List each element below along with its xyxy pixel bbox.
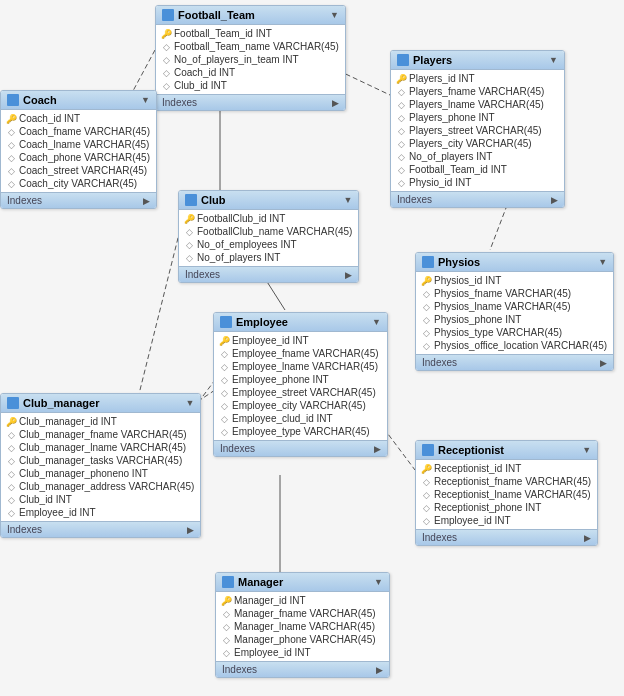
table-row: 🔑Receptionist_id INT (416, 462, 597, 475)
table-row: ◇Club_manager_tasks VARCHAR(45) (1, 454, 200, 467)
table-arrow[interactable]: ▼ (186, 398, 195, 408)
indexes-label: Indexes (7, 524, 42, 535)
table-row: ◇Physios_lname VARCHAR(45) (416, 300, 613, 313)
table-title: Football_Team (178, 9, 255, 21)
table-footer[interactable]: Indexes ▶ (156, 94, 345, 110)
diamond-icon: ◇ (7, 154, 15, 162)
table-icon (222, 576, 234, 588)
table-row: 🔑Physios_id INT (416, 274, 613, 287)
table-club[interactable]: Club ▼ 🔑FootballClub_id INT ◇FootballClu… (178, 190, 359, 283)
key-icon: 🔑 (7, 115, 15, 123)
table-footer[interactable]: Indexes ▶ (216, 661, 389, 677)
row-text: Football_Team_name VARCHAR(45) (174, 41, 339, 52)
footer-arrow[interactable]: ▶ (345, 270, 352, 280)
table-football-team[interactable]: Football_Team ▼ 🔑Football_Team_id INT ◇F… (155, 5, 346, 111)
indexes-label: Indexes (185, 269, 220, 280)
table-footer[interactable]: Indexes ▶ (416, 529, 597, 545)
table-row: 🔑Manager_id INT (216, 594, 389, 607)
diamond-icon: ◇ (185, 241, 193, 249)
key-icon: 🔑 (222, 597, 230, 605)
table-body: 🔑Football_Team_id INT ◇Football_Team_nam… (156, 25, 345, 94)
diamond-icon: ◇ (422, 316, 430, 324)
row-text: Club_manager_address VARCHAR(45) (19, 481, 194, 492)
diamond-icon: ◇ (7, 141, 15, 149)
row-text: Club_manager_id INT (19, 416, 117, 427)
footer-arrow[interactable]: ▶ (600, 358, 607, 368)
table-footer[interactable]: Indexes ▶ (1, 192, 156, 208)
footer-arrow[interactable]: ▶ (332, 98, 339, 108)
footer-arrow[interactable]: ▶ (374, 444, 381, 454)
table-row: 🔑FootballClub_id INT (179, 212, 358, 225)
table-arrow[interactable]: ▼ (598, 257, 607, 267)
table-row: ◇Employee_clud_id INT (214, 412, 387, 425)
diamond-icon: ◇ (422, 478, 430, 486)
footer-arrow[interactable]: ▶ (376, 665, 383, 675)
table-body: 🔑Players_id INT ◇Players_fname VARCHAR(4… (391, 70, 564, 191)
row-text: Club_id INT (174, 80, 227, 91)
indexes-label: Indexes (162, 97, 197, 108)
diamond-icon: ◇ (7, 496, 15, 504)
indexes-label: Indexes (222, 664, 257, 675)
table-arrow[interactable]: ▼ (344, 195, 353, 205)
table-arrow[interactable]: ▼ (372, 317, 381, 327)
row-text: Physios_lname VARCHAR(45) (434, 301, 571, 312)
footer-arrow[interactable]: ▶ (584, 533, 591, 543)
table-footer[interactable]: Indexes ▶ (214, 440, 387, 456)
table-manager[interactable]: Manager ▼ 🔑Manager_id INT ◇Manager_fname… (215, 572, 390, 678)
table-arrow[interactable]: ▼ (549, 55, 558, 65)
row-text: Employee_phone INT (232, 374, 329, 385)
row-text: Coach_id INT (19, 113, 80, 124)
table-header-players: Players ▼ (391, 51, 564, 70)
table-players[interactable]: Players ▼ 🔑Players_id INT ◇Players_fname… (390, 50, 565, 208)
table-coach[interactable]: Coach ▼ 🔑Coach_id INT ◇Coach_fname VARCH… (0, 90, 157, 209)
table-arrow[interactable]: ▼ (330, 10, 339, 20)
diamond-icon: ◇ (397, 179, 405, 187)
table-row: ◇Coach_city VARCHAR(45) (1, 177, 156, 190)
diagram-canvas: Football_Team ▼ 🔑Football_Team_id INT ◇F… (0, 0, 624, 696)
footer-arrow[interactable]: ▶ (551, 195, 558, 205)
table-row: ◇Manager_fname VARCHAR(45) (216, 607, 389, 620)
table-row: ◇Coach_id INT (156, 66, 345, 79)
row-text: Players_street VARCHAR(45) (409, 125, 542, 136)
row-text: Manager_phone VARCHAR(45) (234, 634, 376, 645)
table-title: Employee (236, 316, 288, 328)
table-row: ◇Players_city VARCHAR(45) (391, 137, 564, 150)
row-text: No_of_players_in_team INT (174, 54, 299, 65)
row-text: Manager_lname VARCHAR(45) (234, 621, 375, 632)
table-row: ◇No_of_players INT (391, 150, 564, 163)
table-row: ◇Football_Team_name VARCHAR(45) (156, 40, 345, 53)
table-footer[interactable]: Indexes ▶ (1, 521, 200, 537)
table-row: 🔑Coach_id INT (1, 112, 156, 125)
row-text: Club_manager_lname VARCHAR(45) (19, 442, 186, 453)
table-arrow[interactable]: ▼ (582, 445, 591, 455)
table-icon (162, 9, 174, 21)
table-title: Club (201, 194, 225, 206)
table-physios[interactable]: Physios ▼ 🔑Physios_id INT ◇Physios_fname… (415, 252, 614, 371)
table-footer[interactable]: Indexes ▶ (416, 354, 613, 370)
table-footer[interactable]: Indexes ▶ (391, 191, 564, 207)
row-text: Club_manager_fname VARCHAR(45) (19, 429, 187, 440)
table-arrow[interactable]: ▼ (141, 95, 150, 105)
row-text: Employee_type VARCHAR(45) (232, 426, 370, 437)
table-arrow[interactable]: ▼ (374, 577, 383, 587)
table-club-manager[interactable]: Club_manager ▼ 🔑Club_manager_id INT ◇Clu… (0, 393, 201, 538)
table-row: ◇Physios_phone INT (416, 313, 613, 326)
footer-arrow[interactable]: ▶ (143, 196, 150, 206)
table-row: ◇Receptionist_fname VARCHAR(45) (416, 475, 597, 488)
row-text: Employee_clud_id INT (232, 413, 333, 424)
table-icon (422, 444, 434, 456)
row-text: Employee_id INT (434, 515, 511, 526)
row-text: Coach_lname VARCHAR(45) (19, 139, 149, 150)
row-text: Employee_city VARCHAR(45) (232, 400, 366, 411)
diamond-icon: ◇ (7, 444, 15, 452)
table-employee[interactable]: Employee ▼ 🔑Employee_id INT ◇Employee_fn… (213, 312, 388, 457)
table-row: ◇Receptionist_phone INT (416, 501, 597, 514)
table-row: 🔑Players_id INT (391, 72, 564, 85)
row-text: Employee_id INT (232, 335, 309, 346)
footer-arrow[interactable]: ▶ (187, 525, 194, 535)
table-row: ◇Football_Team_id INT (391, 163, 564, 176)
table-icon (397, 54, 409, 66)
row-text: No_of_players INT (409, 151, 492, 162)
table-footer[interactable]: Indexes ▶ (179, 266, 358, 282)
table-receptionist[interactable]: Receptionist ▼ 🔑Receptionist_id INT ◇Rec… (415, 440, 598, 546)
